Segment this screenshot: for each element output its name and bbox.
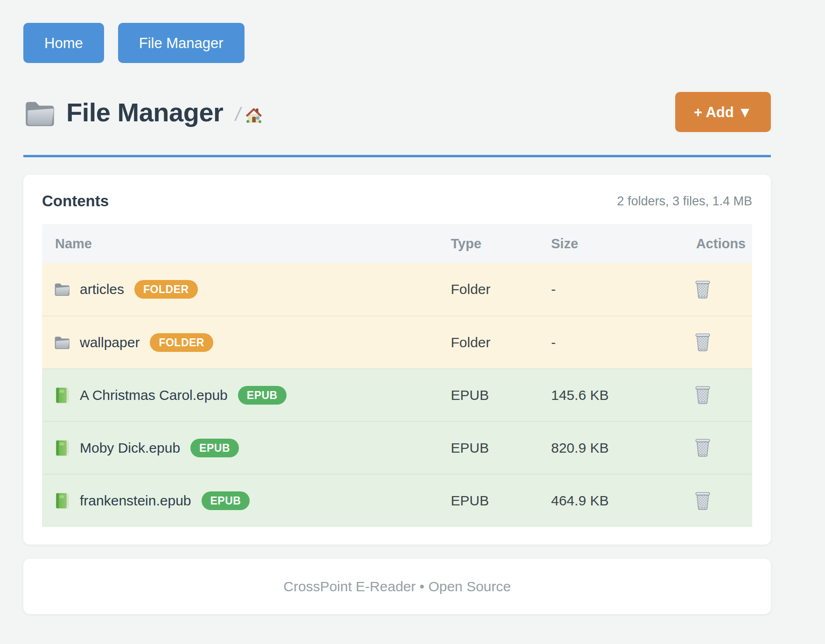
table-header-row: Name Type Size Actions xyxy=(42,224,752,263)
file-type-badge: EPUB xyxy=(202,491,250,510)
trash-icon xyxy=(694,332,712,351)
nav-home-button[interactable]: Home xyxy=(23,23,104,63)
file-type-badge: EPUB xyxy=(238,386,287,405)
top-nav: Home File Manager xyxy=(23,23,771,63)
file-name-cell: frankenstein.epub EPUB xyxy=(42,491,450,510)
contents-summary: 2 folders, 3 files, 1.4 MB xyxy=(617,194,752,209)
file-name-cell: articles FOLDER xyxy=(42,280,450,299)
breadcrumb-separator: / xyxy=(235,104,240,125)
file-name[interactable]: wallpaper xyxy=(80,335,140,350)
page-header: File Manager / + Add ▼ xyxy=(23,91,771,133)
home-icon[interactable] xyxy=(245,106,263,125)
file-type-badge: FOLDER xyxy=(150,333,213,352)
file-manager-page: Home File Manager File Manager / xyxy=(23,0,771,614)
file-size: - xyxy=(551,316,653,369)
folder-icon xyxy=(54,334,70,351)
title-group: File Manager / xyxy=(23,97,263,127)
trash-icon xyxy=(694,279,712,299)
green-book-icon xyxy=(54,440,70,456)
file-size: 145.6 KB xyxy=(551,369,653,421)
add-button[interactable]: + Add ▼ xyxy=(675,92,771,132)
trash-icon xyxy=(694,490,712,510)
delete-button[interactable] xyxy=(692,277,713,301)
contents-card: Contents 2 folders, 3 files, 1.4 MB Name… xyxy=(23,175,771,545)
folder-icon xyxy=(23,99,56,127)
table-row: wallpaper FOLDER Folder - xyxy=(42,316,752,369)
file-type: Folder xyxy=(450,263,551,316)
file-type: Folder xyxy=(450,316,551,369)
table-row: frankenstein.epub EPUB EPUB 464.9 KB xyxy=(42,474,752,527)
file-type: EPUB xyxy=(450,421,551,474)
folder-icon xyxy=(54,281,70,298)
file-type: EPUB xyxy=(450,474,551,527)
delete-button[interactable] xyxy=(692,435,713,459)
trash-icon xyxy=(694,385,712,404)
file-type-badge: FOLDER xyxy=(134,280,198,299)
file-name[interactable]: A Christmas Carol.epub xyxy=(80,387,228,403)
file-table: Name Type Size Actions xyxy=(42,224,752,527)
table-row: A Christmas Carol.epub EPUB EPUB 145.6 K… xyxy=(42,369,752,421)
accent-divider xyxy=(23,155,771,157)
table-row: articles FOLDER Folder - xyxy=(42,263,752,316)
green-book-icon xyxy=(54,492,70,509)
file-name-cell: Moby Dick.epub EPUB xyxy=(42,439,450,457)
footer-text: CrossPoint E-Reader • Open Source xyxy=(283,579,510,595)
column-header-type: Type xyxy=(450,224,551,263)
delete-button[interactable] xyxy=(692,330,713,353)
nav-file-manager-button[interactable]: File Manager xyxy=(118,23,245,63)
trash-icon xyxy=(694,437,712,457)
file-name-cell: A Christmas Carol.epub EPUB xyxy=(42,386,450,405)
table-body: articles FOLDER Folder - xyxy=(42,263,752,527)
contents-heading: Contents xyxy=(42,192,109,210)
file-name-cell: wallpaper FOLDER xyxy=(42,333,450,352)
file-type: EPUB xyxy=(450,369,551,421)
file-name[interactable]: articles xyxy=(80,281,124,297)
footer-card: CrossPoint E-Reader • Open Source xyxy=(23,559,771,614)
table-row: Moby Dick.epub EPUB EPUB 820.9 KB xyxy=(42,421,752,474)
delete-button[interactable] xyxy=(692,489,713,512)
page-title: File Manager xyxy=(66,97,223,127)
column-header-actions: Actions xyxy=(653,224,752,263)
file-size: - xyxy=(551,263,653,316)
contents-card-header: Contents 2 folders, 3 files, 1.4 MB xyxy=(42,192,752,210)
file-size: 464.9 KB xyxy=(551,474,653,527)
file-type-badge: EPUB xyxy=(190,439,239,457)
green-book-icon xyxy=(54,387,70,404)
file-name[interactable]: Moby Dick.epub xyxy=(80,440,180,456)
delete-button[interactable] xyxy=(692,383,713,406)
column-header-size: Size xyxy=(551,224,653,263)
file-size: 820.9 KB xyxy=(551,421,653,474)
column-header-name: Name xyxy=(42,224,450,263)
file-name[interactable]: frankenstein.epub xyxy=(80,493,191,509)
